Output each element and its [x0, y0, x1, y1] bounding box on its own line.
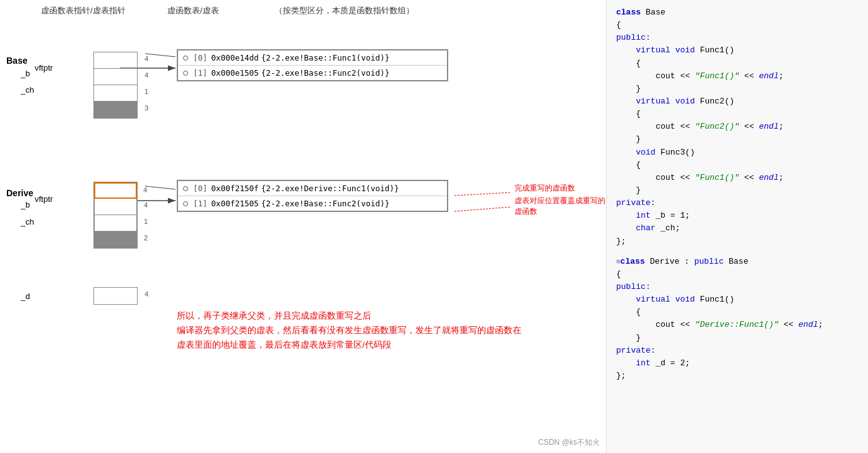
- derive-pad-cell: 2: [94, 232, 137, 248]
- derive-b-cell: 4: [94, 199, 137, 215]
- derive-mem-block: 4 4 1 2: [93, 182, 138, 249]
- derive-label: Derive: [6, 188, 33, 198]
- code-area: class Base { public: virtual void Func1(…: [606, 0, 868, 453]
- description-block: 所以，再子类继承父类，并且完成虚函数重写之后 编译器先拿到父类的虚表，然后看看有…: [177, 309, 521, 353]
- derive-d-block-label: _d: [21, 291, 30, 301]
- base-b-field: _b: [21, 69, 30, 78]
- base-label: Base: [6, 56, 27, 66]
- base-vftptr-cell: 4: [94, 52, 137, 69]
- base-ch-cell: 1: [94, 85, 137, 102]
- derive-vtable-box: [0] 0x00f2150f {2-2.exe!Derive::Func1(vo…: [177, 180, 448, 212]
- derive-vtable-row-0: [0] 0x00f2150f {2-2.exe!Derive::Func1(vo…: [178, 181, 447, 196]
- base-pad-cell: 3: [94, 102, 137, 118]
- header-vtable-label: 虚函数表/虚表: [167, 5, 219, 16]
- derive-vftptr-cell: 4: [94, 182, 137, 199]
- base-vftptr-label: vftptr: [35, 63, 53, 73]
- derive-ch-field: _ch: [21, 217, 34, 226]
- derive-d-block: 4: [93, 287, 138, 305]
- derive-note2: 虚表对应位置覆盖成重写的虚函数: [514, 196, 606, 217]
- svg-line-3: [145, 186, 175, 189]
- base-vtable-box: [0] 0x000e14dd {2-2.exe!Base::Func1(void…: [177, 49, 448, 81]
- svg-line-5: [455, 192, 511, 196]
- derive-b-field: _b: [21, 200, 30, 209]
- derive-note1: 完成重写的虚函数: [514, 183, 575, 194]
- svg-line-1: [145, 54, 175, 57]
- base-b-cell: 4: [94, 69, 137, 85]
- base-vtable-row-1: [1] 0x000e1505 {2-2.exe!Base::Func2(void…: [178, 66, 447, 80]
- base-mem-block: 4 4 1 3: [93, 52, 138, 119]
- base-ch-field: _ch: [21, 85, 34, 95]
- header-note-label: （按类型区分，本质是函数指针数组）: [275, 5, 414, 16]
- derive-ch-cell: 1: [94, 215, 137, 232]
- derive-vtable-row-1: [1] 0x00f21505 {2-2.exe!Base::Func2(void…: [178, 196, 447, 211]
- code-derive-class: ≡class Derive : public Base { public: vi…: [616, 256, 859, 382]
- header-vtable-ptr-label: 虚函数表指针/虚表指针: [41, 5, 126, 16]
- derive-vftptr-label: vftptr: [35, 194, 53, 204]
- base-vtable-row-0: [0] 0x000e14dd {2-2.exe!Base::Func1(void…: [178, 50, 447, 66]
- svg-line-6: [455, 207, 511, 211]
- main-container: 虚函数表指针/虚表指针 虚函数表/虚表 （按类型区分，本质是函数指针数组） Ba…: [0, 0, 868, 453]
- code-base-class: class Base { public: virtual void Func1(…: [616, 6, 859, 248]
- diagram-area: 虚函数表指针/虚表指针 虚函数表/虚表 （按类型区分，本质是函数指针数组） Ba…: [0, 0, 606, 453]
- watermark: CSDN @ks不知火: [538, 437, 600, 448]
